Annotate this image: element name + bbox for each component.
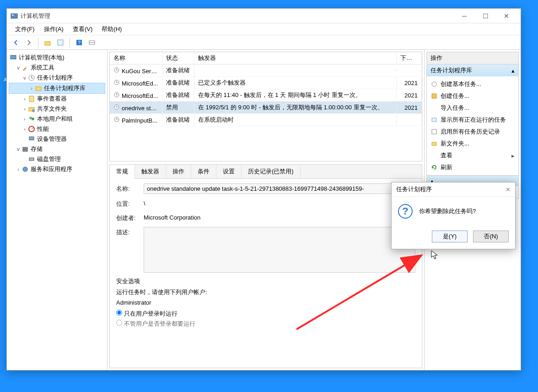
actions-title-text: 任务计划程序库 [430,66,472,75]
table-row[interactable]: onedrive sta...禁用在 1992/5/1 的 9:00 时 - 触… [110,102,422,114]
maximize-button[interactable]: ☐ [475,9,496,23]
properties-button[interactable] [55,37,66,48]
tree-task-lib[interactable]: › 任务计划程序库 [9,83,105,94]
action-show-running[interactable]: 显示所有正在运行的任务 [427,114,518,126]
tree-storage[interactable]: v 存储 [9,144,105,154]
window-title: 计算机管理 [21,12,454,20]
tree-label: 任务计划程序库 [44,84,86,92]
action-view[interactable]: 查看 ▸ [427,150,518,161]
twisty-icon: v [22,75,28,81]
col-name[interactable]: 名称 [110,52,162,64]
tabs: 常规 触发器 操作 条件 设置 历史记录(已禁用) [110,165,422,179]
tree-sys-tools[interactable]: v 系统工具 [9,63,105,73]
tree-label: 事件查看器 [37,95,67,103]
table-row[interactable]: KuGou Servi...准备就绪 [110,64,422,77]
svg-rect-10 [36,87,41,91]
clock-icon [113,67,120,73]
tree-shared-folders[interactable]: › 共享文件夹 [9,104,105,114]
titlebar: 计算机管理 ─ ☐ ✕ [7,9,521,23]
twisty-icon: › [28,86,35,91]
col-state[interactable]: 状态 [162,52,194,64]
tree-local-users[interactable]: › 本地用户和组 [9,114,105,124]
action-create-basic[interactable]: 创建基本任务... [427,78,518,90]
svg-point-15 [32,118,34,120]
yes-button[interactable]: 是(Y) [432,231,468,242]
loc-value: \ [144,199,145,207]
tree-disk-mgmt[interactable]: 磁盘管理 [9,154,105,164]
menu-file[interactable]: 文件(F) [11,24,39,34]
table-row[interactable]: PalmInputB...准备就绪在系统启动时 [110,114,422,126]
action-label: 新文件夹... [441,140,469,148]
tree-label: 本地用户和组 [37,115,73,123]
tab-settings[interactable]: 设置 [216,165,242,178]
twisty-icon: › [22,96,28,102]
twisty-icon: v [15,65,22,70]
action-label: 创建基本任务... [441,80,481,88]
actions-title[interactable]: 任务计划程序库 ▴ [427,64,518,76]
twisty-icon: › [15,166,22,172]
up-button[interactable] [42,37,53,48]
minimize-button[interactable]: ─ [454,9,475,23]
svg-point-13 [32,109,35,112]
tab-ops[interactable]: 操作 [166,165,191,178]
action-label: 显示所有正在运行的任务 [441,116,506,124]
action-create-task[interactable]: 创建任务... [427,90,518,102]
desc-label: 描述: [116,227,144,236]
folder-icon [35,85,42,92]
help-button[interactable]: ? [74,37,85,48]
task-icon [430,92,438,100]
tree-label: 磁盘管理 [37,155,61,163]
table-row[interactable]: MicrosoftEd...准备就绪在每天的 11:40 - 触发后，在 1 天… [110,89,422,102]
col-next[interactable]: 下次运... [397,52,422,64]
dialog-close-button[interactable]: ✕ [506,186,511,193]
tab-general[interactable]: 常规 [110,165,135,179]
tree-pane: 计算机管理(本地) v 系统工具 v 任务计划程序 › 任务计划程序库 › 事件… [7,50,108,370]
clock-icon [113,104,120,110]
action-enable-history[interactable]: 启用所有任务历史记录 [427,126,518,138]
dialog-title-text: 任务计划程序 [396,185,432,193]
svg-rect-18 [23,147,27,149]
action-refresh[interactable]: 刷新 [427,161,518,173]
action-new-folder[interactable]: 新文件夹... [427,138,518,150]
name-label: 名称: [116,183,144,193]
view-button[interactable] [86,37,97,48]
col-trigger[interactable]: 触发器 [194,52,397,64]
collapse-icon: ▴ [511,67,515,74]
tree-task-scheduler[interactable]: v 任务计划程序 [9,73,105,83]
menu-view[interactable]: 查看(V) [68,24,97,34]
menu-action[interactable]: 操作(A) [39,24,68,34]
table-row[interactable]: MicrosoftEd...准备就绪已定义多个触发器2021 [110,77,422,89]
action-label: 刷新 [441,163,452,172]
tree-performance[interactable]: › 性能 [9,124,105,134]
menu-help[interactable]: 帮助(H) [97,24,126,34]
svg-rect-29 [432,118,436,122]
no-button[interactable]: 否(N) [473,231,509,242]
account-field[interactable]: Administrator [116,299,415,306]
close-button[interactable]: ✕ [496,9,517,23]
task-icon [430,81,438,88]
tab-cond[interactable]: 条件 [191,165,216,178]
forward-button[interactable] [23,37,34,48]
computer-icon [10,54,17,61]
tree-event-viewer[interactable]: › 事件查看器 [9,94,105,104]
dialog-title: 任务计划程序 ✕ [392,183,515,197]
svg-rect-19 [23,150,27,151]
tab-triggers[interactable]: 触发器 [135,165,166,178]
svg-rect-3 [58,40,63,45]
radio-always[interactable]: 不管用户是否登录都要运行 [116,320,415,328]
name-field[interactable]: onedrive standalone update task-s-1-5-21… [144,183,415,194]
tree-label: 系统工具 [31,64,54,72]
svg-rect-8 [11,55,16,59]
confirm-dialog: 任务计划程序 ✕ ? 你希望删除此任务吗? 是(Y) 否(N) [391,182,516,249]
radio-logged-in[interactable]: 只在用户登录时运行 [116,310,415,318]
tree-root[interactable]: 计算机管理(本地) [9,53,105,63]
tab-history[interactable]: 历史记录(已禁用) [242,165,301,178]
back-button[interactable] [11,37,22,48]
clock-icon [113,116,120,123]
tree-device-mgr[interactable]: 设备管理器 [9,134,105,144]
svg-rect-17 [29,137,34,140]
tree-services[interactable]: › 服务和应用程序 [9,164,105,174]
desc-field[interactable] [144,227,415,273]
radio2-label: 不管用户是否登录都要运行 [124,320,195,327]
action-import-task[interactable]: 导入任务... [427,102,518,114]
